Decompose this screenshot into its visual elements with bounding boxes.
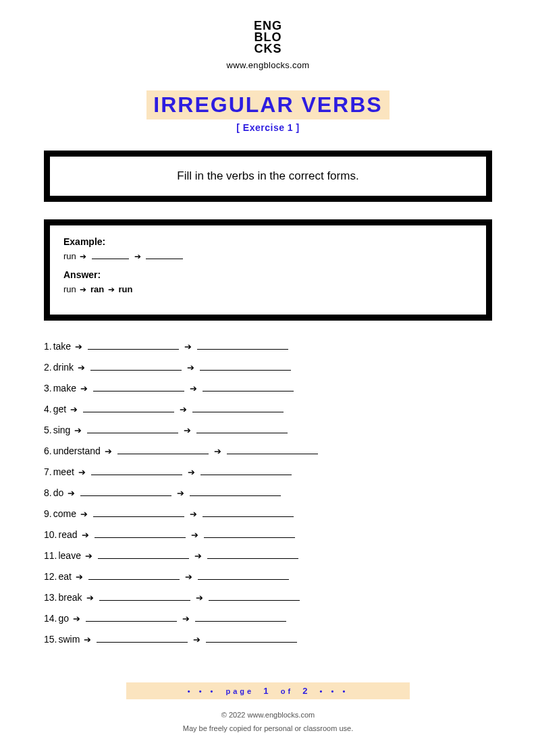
item-blank-2[interactable] (196, 433, 288, 433)
arrow-icon: ➔ (75, 342, 82, 352)
pager-current: 1 (263, 686, 271, 696)
header: ENG BLO CKS www.engblocks.com (44, 20, 492, 70)
item-blank-1[interactable] (83, 412, 174, 412)
page-title: IRREGULAR VERBS (146, 90, 389, 119)
item-blank-2[interactable] (207, 558, 298, 559)
arrow-icon: ➔ (134, 252, 141, 261)
pager-label-of: of (281, 687, 293, 695)
item-verb: do (53, 487, 64, 498)
item-blank-1[interactable] (95, 537, 186, 538)
list-item: 1. take➔➔ (44, 341, 492, 352)
item-number: 9. (44, 508, 52, 519)
instruction-box: Fill in the verbs in the correct forms. (44, 151, 492, 202)
arrow-icon: ➔ (194, 551, 202, 561)
item-blank-2[interactable] (192, 412, 284, 412)
item-number: 5. (44, 425, 52, 435)
list-item: 9. come➔➔ (44, 508, 492, 519)
arrow-icon: ➔ (180, 404, 187, 414)
item-blank-2[interactable] (197, 349, 288, 350)
item-verb: come (53, 508, 76, 519)
example-verb: run (63, 251, 76, 261)
item-number: 11. (44, 550, 57, 561)
answer-participle: run (119, 284, 133, 294)
arrow-icon: ➔ (196, 593, 203, 603)
item-blank-1[interactable] (99, 600, 190, 601)
logo-line-3: CKS (254, 43, 282, 55)
arrow-icon: ➔ (191, 530, 198, 540)
item-verb: leave (58, 550, 80, 561)
item-blank-1[interactable] (87, 433, 178, 433)
item-blank-2[interactable] (195, 621, 286, 622)
list-item: 3. make➔➔ (44, 383, 492, 394)
item-number: 2. (44, 362, 52, 373)
item-number: 10. (44, 529, 57, 540)
item-blank-1[interactable] (93, 391, 184, 392)
item-blank-1[interactable] (88, 349, 179, 350)
item-blank-1[interactable] (93, 516, 184, 517)
list-item: 2. drink➔➔ (44, 362, 492, 373)
arrow-icon: ➔ (80, 509, 88, 519)
item-blank-1[interactable] (97, 642, 188, 643)
list-item: 10. read➔➔ (44, 529, 492, 540)
item-blank-1[interactable] (86, 621, 177, 622)
copyright-text: © 2022 www.engblocks.com (44, 709, 492, 722)
example-box: Example: run ➔ ➔ Answer: run ➔ ran ➔ run (44, 219, 492, 321)
item-blank-1[interactable] (90, 370, 182, 371)
arrow-icon: ➔ (74, 425, 82, 435)
item-blank-2[interactable] (203, 516, 294, 517)
example-blank-1[interactable] (92, 259, 129, 259)
item-blank-2[interactable] (203, 391, 294, 392)
item-blank-2[interactable] (200, 475, 292, 475)
item-blank-2[interactable] (209, 600, 300, 601)
arrow-icon: ➔ (108, 285, 115, 294)
pager-total: 2 (302, 686, 310, 696)
item-blank-1[interactable] (117, 454, 209, 454)
item-number: 15. (44, 634, 57, 645)
arrow-icon: ➔ (80, 252, 86, 261)
arrow-icon: ➔ (68, 488, 75, 498)
arrow-icon: ➔ (78, 467, 86, 477)
dots-right: • • • (320, 687, 349, 695)
arrow-icon: ➔ (82, 530, 89, 540)
item-number: 8. (44, 487, 52, 498)
arrow-icon: ➔ (105, 446, 112, 456)
item-blank-1[interactable] (80, 495, 171, 496)
item-blank-1[interactable] (91, 475, 182, 475)
instruction-text: Fill in the verbs in the correct forms. (63, 166, 473, 186)
item-verb: read (58, 529, 77, 540)
item-blank-2[interactable] (198, 579, 289, 580)
arrow-icon: ➔ (78, 362, 85, 373)
item-number: 4. (44, 404, 52, 414)
arrow-icon: ➔ (76, 572, 83, 582)
footer: • • • page 1 of 2 • • • © 2022 www.engbl… (44, 682, 492, 756)
arrow-icon: ➔ (85, 551, 92, 561)
item-number: 12. (44, 571, 57, 582)
arrow-icon: ➔ (214, 446, 221, 456)
answer-verb: run (63, 284, 76, 294)
logo: ENG BLO CKS (254, 20, 282, 55)
list-item: 13. break➔➔ (44, 592, 492, 603)
item-verb: break (58, 592, 82, 603)
item-blank-2[interactable] (206, 642, 297, 643)
item-blank-2[interactable] (190, 495, 281, 496)
item-blank-1[interactable] (88, 579, 180, 580)
item-number: 13. (44, 592, 57, 603)
item-blank-2[interactable] (227, 454, 318, 454)
item-blank-2[interactable] (200, 370, 291, 371)
item-verb: make (53, 383, 76, 394)
arrow-icon: ➔ (190, 383, 197, 394)
item-verb: drink (53, 362, 74, 373)
arrow-icon: ➔ (188, 467, 195, 477)
item-number: 14. (44, 613, 57, 624)
site-url: www.engblocks.com (44, 60, 492, 70)
item-verb: sing (53, 425, 71, 435)
list-item: 12. eat➔➔ (44, 571, 492, 582)
arrow-icon: ➔ (177, 488, 184, 498)
item-blank-1[interactable] (98, 558, 189, 559)
title-block: IRREGULAR VERBS [ Exercise 1 ] (44, 90, 492, 133)
arrow-icon: ➔ (86, 593, 94, 603)
item-blank-2[interactable] (204, 537, 295, 538)
answer-label: Answer: (63, 269, 473, 280)
example-blank-2[interactable] (146, 259, 183, 259)
pager-label-page: page (226, 687, 254, 695)
